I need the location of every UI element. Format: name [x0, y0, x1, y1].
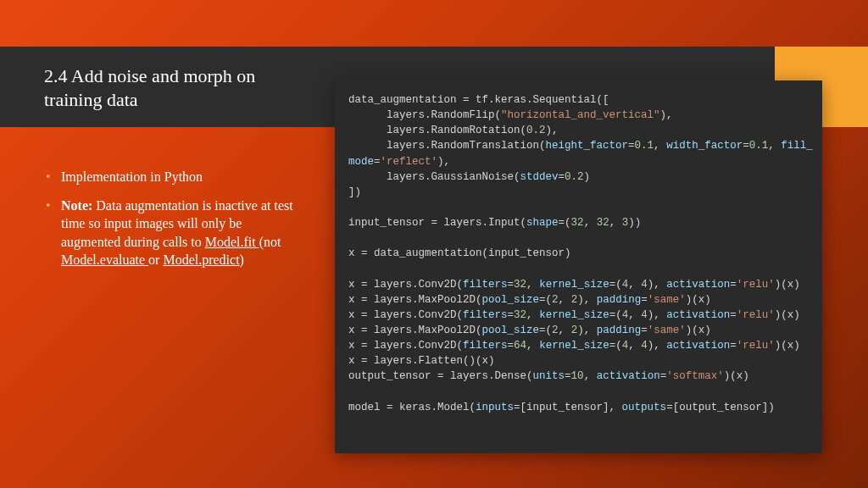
note-label: Note: [61, 198, 92, 213]
note-text-4: ) [240, 252, 244, 267]
bullet-1-text: Implementation in Python [61, 169, 203, 184]
link-model-evaluate[interactable]: Model.evaluate [61, 252, 148, 267]
slide-title: 2.4 Add noise and morph on training data [44, 64, 290, 111]
note-text-3: or [148, 252, 163, 267]
link-model-predict[interactable]: Model.predict [163, 252, 239, 267]
bullet-item-1: Implementation in Python [44, 168, 298, 186]
code-block: data_augmentation = tf.keras.Sequential(… [335, 80, 822, 453]
link-model-fit[interactable]: Model.fit [205, 235, 259, 249]
note-text-2: (not [259, 235, 281, 249]
bullet-list: Implementation in Python Note: Data augm… [44, 168, 298, 280]
bullet-item-2: Note: Data augmentation is inactive at t… [44, 197, 298, 269]
